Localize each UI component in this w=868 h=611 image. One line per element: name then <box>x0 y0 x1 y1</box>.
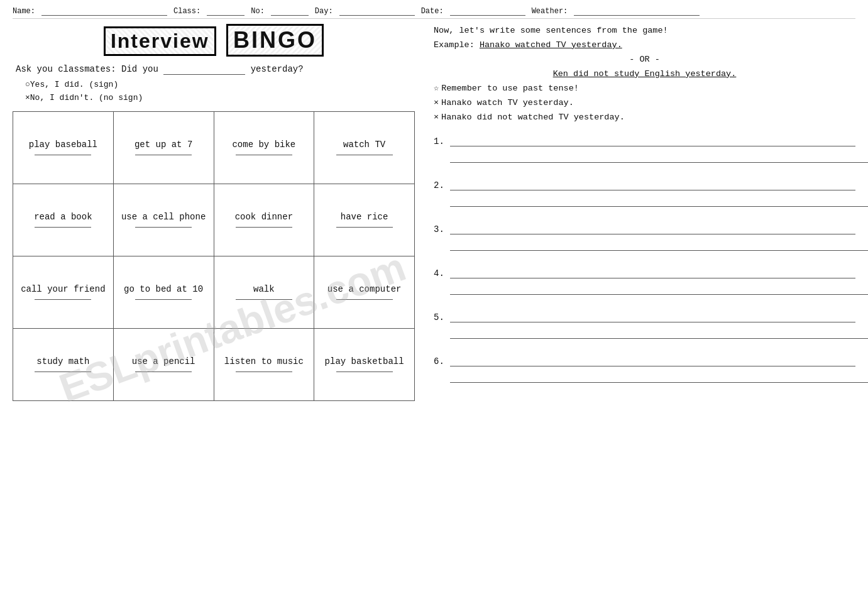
sentence-line-1[interactable] <box>450 178 855 190</box>
grid-cell-2-2: walk <box>214 256 314 328</box>
yesterday-text: yesterday? <box>251 64 304 74</box>
sentence-number-3: 4. <box>434 268 446 278</box>
date-field[interactable] <box>450 6 525 16</box>
remember-text: Remember to use past tense! <box>441 84 579 93</box>
right-instructions: Now, let's write some sentences from the… <box>434 24 855 125</box>
cell-label: walk <box>253 284 275 294</box>
sentence-number-2: 3. <box>434 224 446 234</box>
grid-cell-0-1: get up at 7 <box>113 111 214 184</box>
sentence-line2-5[interactable] <box>450 370 868 383</box>
cell-label: get up at 7 <box>135 140 192 150</box>
right-panel: Now, let's write some sentences from the… <box>421 24 855 401</box>
sentence-line-0[interactable] <box>450 134 855 146</box>
sentence-line2-4[interactable] <box>450 326 868 339</box>
cell-label: use a cell phone <box>121 212 206 222</box>
sentence-item-3: 4. <box>434 266 855 295</box>
grid-cell-2-0: call your friend <box>13 256 114 328</box>
cell-signature-line <box>336 227 393 228</box>
cell-label: go to bed at 10 <box>124 284 203 294</box>
example-correct2: Ken did not study English yesterday. <box>553 69 737 79</box>
sentence-row-2: 3. <box>434 222 855 234</box>
answer-options: ○Yes, I did. (sign) ×No, I didn't. (no s… <box>13 79 415 105</box>
cell-label: use a computer <box>327 284 402 294</box>
sentence-item-2: 3. <box>434 222 855 251</box>
wrong2-text: Hanako did not watched TV yesterday. <box>441 113 625 122</box>
sentence-line2-3[interactable] <box>450 282 868 295</box>
sentence-row-3: 4. <box>434 266 855 278</box>
grid-cell-3-1: use a pencil <box>113 328 214 400</box>
cell-signature-line <box>35 155 91 155</box>
cell-label: cook dinner <box>235 212 293 222</box>
sentence-row-1: 2. <box>434 178 855 190</box>
name-label: Name: <box>13 7 35 16</box>
cell-label: play baseball <box>29 140 97 150</box>
day-label: Day: <box>315 7 333 16</box>
title-bingo: BINGO <box>226 24 324 57</box>
no-option: ×No, I didn't. (no sign) <box>25 92 415 105</box>
grid-cell-1-1: use a cell phone <box>113 184 214 256</box>
cell-label: play basketball <box>325 356 404 366</box>
sentence-number-5: 6. <box>434 356 446 366</box>
grid-cell-3-0: study math <box>13 328 114 400</box>
sentence-line2-2[interactable] <box>450 238 868 251</box>
blank-space <box>163 64 245 75</box>
sentence-line2-0[interactable] <box>450 150 868 163</box>
sentence-row-0: 1. <box>434 134 855 146</box>
grid-cell-0-0: play baseball <box>13 111 114 184</box>
cell-signature-line <box>336 155 393 155</box>
bingo-grid: play baseball get up at 7 come by bike w… <box>13 111 415 401</box>
cell-label: read a book <box>34 212 92 222</box>
cell-label: use a pencil <box>132 356 195 366</box>
grid-cell-1-3: have rice <box>314 184 415 256</box>
sentence-line2-1[interactable] <box>450 194 868 207</box>
cell-label: call your friend <box>21 284 105 294</box>
grid-cell-0-3: watch TV <box>314 111 415 184</box>
sentence-line-5[interactable] <box>450 354 855 366</box>
sentence-row-5: 6. <box>434 354 855 366</box>
left-panel: Interview BINGO Ask you classmates: Did … <box>13 24 421 401</box>
weather-label: Weather: <box>532 7 568 16</box>
cell-label: have rice <box>341 212 388 222</box>
cell-signature-line <box>236 299 292 300</box>
cell-label: study math <box>36 356 89 366</box>
grid-cell-3-2: listen to music <box>214 328 314 400</box>
example-correct1: Hanako watched TV yesterday. <box>480 40 622 50</box>
cell-signature-line <box>35 299 91 300</box>
cell-signature-line <box>135 155 192 155</box>
class-field[interactable] <box>207 6 244 16</box>
sentence-item-1: 2. <box>434 178 855 207</box>
sentences-container: 1. 2. 3. 4. 5. <box>434 134 855 383</box>
sentence-item-5: 6. <box>434 354 855 383</box>
wrong2-cross <box>434 113 441 122</box>
or-text: - OR - <box>434 53 855 67</box>
cell-label: watch TV <box>343 140 385 150</box>
cell-signature-line <box>135 372 192 372</box>
day-field[interactable] <box>339 6 415 16</box>
name-field[interactable] <box>41 6 167 16</box>
ask-text: Ask you classmates: Did you <box>16 64 158 74</box>
no-field[interactable] <box>271 6 309 16</box>
cell-signature-line <box>35 227 91 228</box>
title-area: Interview BINGO <box>13 24 415 57</box>
cell-signature-line <box>236 155 292 155</box>
cell-signature-line <box>135 227 192 228</box>
cell-signature-line <box>236 227 292 228</box>
sentence-number-1: 2. <box>434 180 446 190</box>
cell-signature-line <box>135 299 192 300</box>
sentence-row-4: 5. <box>434 310 855 322</box>
sentence-line-2[interactable] <box>450 222 855 234</box>
cell-signature-line <box>336 299 393 300</box>
sentence-line-4[interactable] <box>450 310 855 322</box>
title-interview: Interview <box>104 26 216 56</box>
sentence-item-0: 1. <box>434 134 855 163</box>
date-label: Date: <box>421 7 444 16</box>
cell-signature-line <box>236 372 292 372</box>
header: Name: Class: No: Day: Date: Weather: <box>13 6 855 19</box>
weather-field[interactable] <box>574 6 700 16</box>
wrong1-text: Hanako watch TV yesterday. <box>441 98 574 107</box>
sentence-number-0: 1. <box>434 136 446 146</box>
cell-signature-line <box>336 372 393 372</box>
cell-signature-line <box>35 372 91 372</box>
yes-option: ○Yes, I did. (sign) <box>25 79 415 92</box>
sentence-line-3[interactable] <box>450 266 855 278</box>
